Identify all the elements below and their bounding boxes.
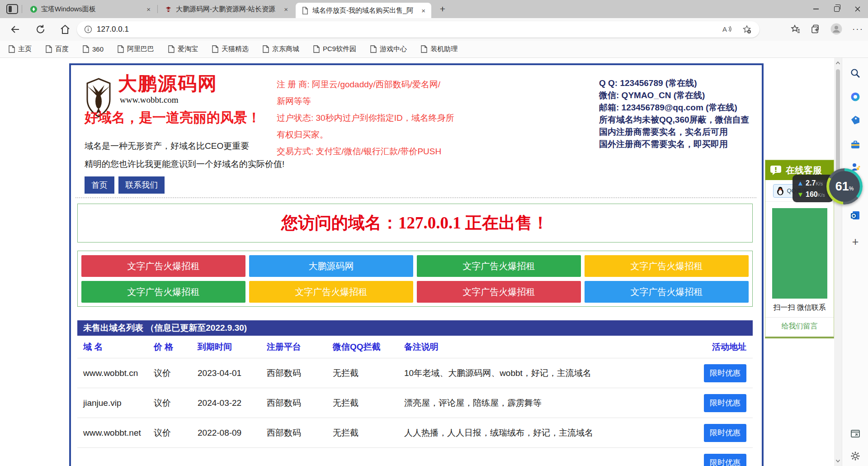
outlook-icon[interactable] [850,210,861,221]
more-menu-icon[interactable]: ··· [852,24,863,34]
page-favicon-icon [301,7,309,14]
bookmark-item[interactable]: 天猫精选 [212,45,249,53]
table-row-partial: 限时优惠 [77,448,753,466]
new-tab-button[interactable]: + [437,4,448,15]
tab-close-icon[interactable]: × [283,5,289,13]
progress-percent: 61 [835,180,849,194]
site-info-icon[interactable] [84,25,92,33]
shopping-tag-icon[interactable] [850,115,861,126]
ad-slot[interactable]: 文字广告火爆招租 [585,281,749,303]
tab-title: 域名停放页-我的域名购买出售_阿 [312,6,416,15]
site-tagline: 好域名，是一道亮丽的风景！ [85,109,261,127]
settings-gear-icon[interactable] [850,451,861,461]
ad-slot[interactable]: 文字广告火爆招租 [81,281,245,303]
tab-title: 大鹏源码网-大鹏资源网-站长资源 [176,5,279,14]
promo-button[interactable]: 限时优惠 [704,454,746,466]
minimize-button[interactable] [806,0,826,18]
dotted-divider [75,197,756,198]
refresh-icon[interactable] [35,24,46,35]
table-header-row: 域 名 价 格 到期时间 注册平台 微信QQ拦截 备注说明 活动地址 [77,336,753,358]
intro-line-1: 域名是一种无形资产，好域名比CEO更重要 [85,140,249,152]
read-aloud-icon[interactable]: A [722,25,731,34]
tab-bar: 宝塔Windows面板 × 大鹏源码网-大鹏资源网-站长资源 × 域名停放页-我… [0,0,868,18]
bookmark-item[interactable]: 360 [82,45,104,53]
progress-ring-badge[interactable]: 61 % [826,168,863,204]
download-speed: 160 [806,190,818,198]
upload-speed: 2.7 [806,179,816,187]
collections-icon[interactable] [811,24,821,34]
tab-domain-parking[interactable]: 域名停放页-我的域名购买出售_阿 × [296,3,431,18]
seller-info: 注 册 商: 阿里云/godaddy/西部数码/爱名网/ 新网等等 过户状态: … [277,76,454,160]
dapeng-favicon-icon [165,5,172,13]
ad-slot[interactable]: 文字广告火爆招租 [249,281,413,303]
scroll-up-icon[interactable] [835,61,840,66]
page-scrollbar[interactable] [834,58,842,466]
contact-nav-button[interactable]: 联系我们 [118,176,165,194]
bookmark-item[interactable]: PC9软件园 [313,45,356,53]
wechat-qr-code [772,208,827,299]
briefcase-icon[interactable] [850,139,861,150]
baota-favicon-icon [30,5,38,13]
address-toolbar: 127.0.0.1 A ··· [0,18,868,41]
bookmark-item[interactable]: 游戏中心 [370,45,407,53]
table-title: 未售出域名列表 （信息已更新至2022.9.30) [77,320,753,336]
favorites-icon[interactable] [791,24,801,34]
domain-table: 未售出域名列表 （信息已更新至2022.9.30) 域 名 价 格 到期时间 注… [77,320,753,466]
promo-button[interactable]: 限时优惠 [704,364,746,382]
bookmark-item[interactable]: 京东商城 [262,45,299,53]
profile-avatar[interactable] [830,23,842,35]
bookmark-item[interactable]: 阿里巴巴 [117,45,154,53]
ad-slot[interactable]: 大鹏源码网 [249,255,413,277]
ad-slot[interactable]: 文字广告火爆招租 [417,281,581,303]
copilot-icon[interactable] [850,91,861,102]
home-nav-button[interactable]: 首页 [85,176,114,194]
site-title: 大鹏源码网 [118,73,217,94]
bookmark-item[interactable]: 主页 [8,45,32,53]
url-text[interactable]: 127.0.0.1 [97,25,722,34]
tab-dapeng[interactable]: 大鹏源码网-大鹏资源网-站长资源 × [159,0,294,18]
table-row: www.wobbt.net 议价 2022-08-09 西部数码 无拦截 人人热… [77,418,753,448]
ad-slot[interactable]: 文字广告火爆招租 [585,255,749,277]
chat-bubble-icon [770,165,782,176]
browser-window: 宝塔Windows面板 × 大鹏源码网-大鹏资源网-站长资源 × 域名停放页-我… [0,0,868,466]
bookmarks-bar: 主页 百度 360 阿里巴巴 爱淘宝 天猫精选 京东商城 PC9软件园 游戏中心… [0,41,868,58]
address-bar[interactable]: 127.0.0.1 A [77,21,760,38]
download-arrow-icon: ▼ [797,190,804,198]
table-row: jianjue.vip 议价 2024-03-22 西部数码 无拦截 漂亮屋，评… [77,388,753,418]
qq-penguin-icon [776,186,784,195]
svg-text:A: A [722,25,727,33]
intro-line-2: 精明的您也许比我更能意识到一个好域名的实际价值! [85,158,284,170]
ad-slot[interactable]: 文字广告火爆招租 [417,255,581,277]
open-in-window-icon[interactable] [850,428,861,439]
restore-button[interactable] [826,0,847,18]
promo-button[interactable]: 限时优惠 [704,394,746,412]
upload-arrow-icon: ▲ [797,179,804,187]
table-row: www.wobbt.cn 议价 2023-04-01 西部数码 无拦截 10年老… [77,358,753,388]
add-favorite-icon[interactable] [742,25,751,34]
scroll-down-icon[interactable] [835,458,840,463]
page-viewport: 大鹏源码网 www.wobbt.com 好域名，是一道亮丽的风景！ 域名是一种无… [0,58,834,466]
qr-caption: 扫一扫 微信联系 [765,303,834,317]
back-icon[interactable] [10,24,21,35]
tab-close-icon[interactable]: × [420,7,427,14]
home-icon[interactable] [60,24,71,35]
ad-grid: 文字广告火爆招租 大鹏源码网 文字广告火爆招租 文字广告火爆招租 文字广告火爆招… [77,251,753,307]
ad-slot[interactable]: 文字广告火爆招租 [81,255,245,277]
tab-title: 宝塔Windows面板 [41,5,142,14]
close-button[interactable] [847,0,868,18]
search-icon[interactable] [850,68,861,79]
edge-sidebar-rail: + [842,58,868,466]
bookmark-item[interactable]: 装机助理 [420,45,458,53]
leave-message-link[interactable]: 给我们留言 [765,317,834,337]
contact-info: Q Q: 123456789 (常在线) 微信: QYMAO_CN (常在线) … [599,77,750,150]
add-sidebar-item-icon[interactable]: + [850,236,861,247]
site-content: 大鹏源码网 www.wobbt.com 好域名，是一道亮丽的风景！ 域名是一种无… [69,63,764,466]
tab-close-icon[interactable]: × [145,5,152,13]
bookmark-item[interactable]: 爱淘宝 [168,45,198,53]
tab-baota[interactable]: 宝塔Windows面板 × [24,0,156,18]
site-domain: www.wobbt.com [120,95,217,105]
domain-for-sale-banner: 您访问的域名：127.0.0.1 正在出售！ [77,204,753,243]
promo-button[interactable]: 限时优惠 [704,424,746,442]
tab-switcher-icon[interactable] [6,4,18,14]
bookmark-item[interactable]: 百度 [45,45,69,53]
